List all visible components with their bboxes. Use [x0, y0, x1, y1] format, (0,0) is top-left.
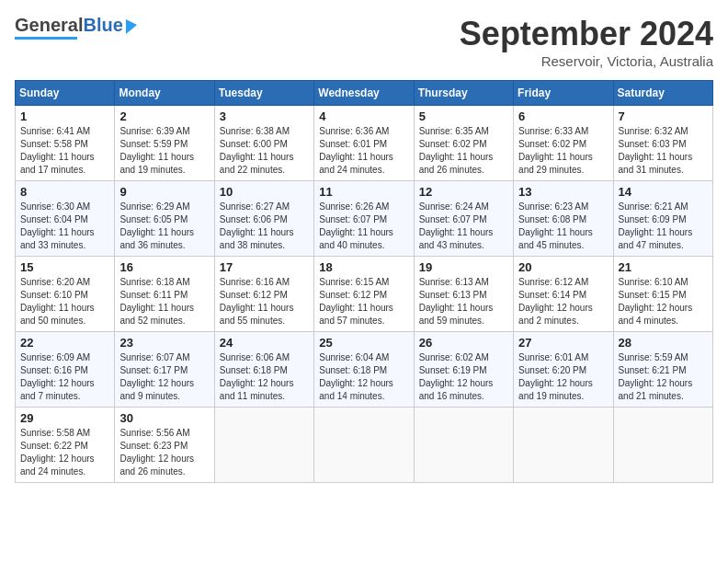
- day-info: Sunrise: 5:58 AM Sunset: 6:22 PM Dayligh…: [20, 427, 109, 478]
- day-info: Sunrise: 6:39 AM Sunset: 5:59 PM Dayligh…: [119, 125, 209, 177]
- table-row: 11Sunrise: 6:26 AM Sunset: 6:07 PM Dayli…: [314, 181, 414, 257]
- table-row: [214, 408, 313, 483]
- day-info: Sunrise: 6:23 AM Sunset: 6:08 PM Dayligh…: [518, 201, 608, 252]
- day-number: 6: [518, 109, 608, 123]
- table-row: 16Sunrise: 6:18 AM Sunset: 6:11 PM Dayli…: [115, 257, 214, 332]
- day-number: 20: [518, 260, 608, 274]
- day-info: Sunrise: 6:32 AM Sunset: 6:03 PM Dayligh…: [619, 125, 708, 177]
- logo-general-text: General: [15, 15, 83, 36]
- day-number: 9: [119, 185, 209, 199]
- day-number: 13: [518, 185, 608, 199]
- table-row: 20Sunrise: 6:12 AM Sunset: 6:14 PM Dayli…: [514, 257, 613, 332]
- day-number: 14: [619, 185, 708, 199]
- day-info: Sunrise: 6:07 AM Sunset: 6:17 PM Dayligh…: [119, 351, 209, 403]
- day-number: 16: [119, 260, 209, 274]
- day-number: 23: [119, 336, 209, 350]
- day-number: 25: [319, 336, 408, 350]
- day-info: Sunrise: 6:35 AM Sunset: 6:02 PM Dayligh…: [419, 125, 508, 177]
- month-title: September 2024: [460, 15, 713, 53]
- col-saturday: Saturday: [613, 81, 712, 106]
- table-row: 29Sunrise: 5:58 AM Sunset: 6:22 PM Dayli…: [16, 408, 115, 483]
- day-number: 21: [619, 260, 708, 274]
- calendar-table: Sunday Monday Tuesday Wednesday Thursday…: [15, 80, 713, 483]
- table-row: 1Sunrise: 6:41 AM Sunset: 5:58 PM Daylig…: [16, 106, 115, 181]
- table-row: 4Sunrise: 6:36 AM Sunset: 6:01 PM Daylig…: [314, 106, 414, 181]
- table-row: 19Sunrise: 6:13 AM Sunset: 6:13 PM Dayli…: [414, 257, 513, 332]
- table-row: 24Sunrise: 6:06 AM Sunset: 6:18 PM Dayli…: [214, 332, 313, 408]
- table-row: [414, 408, 513, 483]
- day-info: Sunrise: 6:26 AM Sunset: 6:07 PM Dayligh…: [319, 201, 408, 252]
- day-info: Sunrise: 6:29 AM Sunset: 6:05 PM Dayligh…: [119, 201, 209, 252]
- day-info: Sunrise: 6:13 AM Sunset: 6:13 PM Dayligh…: [419, 276, 508, 327]
- day-info: Sunrise: 6:12 AM Sunset: 6:14 PM Dayligh…: [518, 276, 608, 327]
- day-number: 26: [419, 336, 508, 350]
- day-number: 18: [319, 260, 408, 274]
- day-info: Sunrise: 6:27 AM Sunset: 6:06 PM Dayligh…: [220, 201, 309, 252]
- table-row: 25Sunrise: 6:04 AM Sunset: 6:18 PM Dayli…: [314, 332, 414, 408]
- table-row: 8Sunrise: 6:30 AM Sunset: 6:04 PM Daylig…: [16, 181, 115, 257]
- table-row: 7Sunrise: 6:32 AM Sunset: 6:03 PM Daylig…: [613, 106, 712, 181]
- day-number: 2: [119, 109, 209, 123]
- day-number: 19: [419, 260, 508, 274]
- calendar-week-row: 8Sunrise: 6:30 AM Sunset: 6:04 PM Daylig…: [16, 181, 713, 257]
- day-info: Sunrise: 6:10 AM Sunset: 6:15 PM Dayligh…: [619, 276, 708, 327]
- day-info: Sunrise: 6:16 AM Sunset: 6:12 PM Dayligh…: [220, 276, 309, 327]
- table-row: 12Sunrise: 6:24 AM Sunset: 6:07 PM Dayli…: [414, 181, 513, 257]
- day-number: 22: [20, 336, 109, 350]
- table-row: 18Sunrise: 6:15 AM Sunset: 6:12 PM Dayli…: [314, 257, 414, 332]
- table-row: [314, 408, 414, 483]
- day-info: Sunrise: 6:01 AM Sunset: 6:20 PM Dayligh…: [518, 351, 608, 403]
- col-wednesday: Wednesday: [314, 81, 414, 106]
- day-info: Sunrise: 6:33 AM Sunset: 6:02 PM Dayligh…: [518, 125, 608, 177]
- table-row: 15Sunrise: 6:20 AM Sunset: 6:10 PM Dayli…: [16, 257, 115, 332]
- day-info: Sunrise: 6:30 AM Sunset: 6:04 PM Dayligh…: [20, 201, 109, 252]
- day-info: Sunrise: 6:04 AM Sunset: 6:18 PM Dayligh…: [319, 351, 408, 403]
- calendar-week-row: 15Sunrise: 6:20 AM Sunset: 6:10 PM Dayli…: [16, 257, 713, 332]
- day-info: Sunrise: 6:09 AM Sunset: 6:16 PM Dayligh…: [20, 351, 109, 403]
- calendar-week-row: 29Sunrise: 5:58 AM Sunset: 6:22 PM Dayli…: [16, 408, 713, 483]
- day-number: 27: [518, 336, 608, 350]
- table-row: 5Sunrise: 6:35 AM Sunset: 6:02 PM Daylig…: [414, 106, 513, 181]
- day-number: 11: [319, 185, 408, 199]
- day-info: Sunrise: 6:41 AM Sunset: 5:58 PM Dayligh…: [20, 125, 109, 177]
- day-info: Sunrise: 6:38 AM Sunset: 6:00 PM Dayligh…: [220, 125, 309, 177]
- day-number: 17: [220, 260, 309, 274]
- logo-blue-text: Blue: [83, 15, 122, 36]
- table-row: 28Sunrise: 5:59 AM Sunset: 6:21 PM Dayli…: [613, 332, 712, 408]
- day-info: Sunrise: 6:20 AM Sunset: 6:10 PM Dayligh…: [20, 276, 109, 327]
- day-number: 15: [20, 260, 109, 274]
- col-tuesday: Tuesday: [214, 81, 313, 106]
- table-row: 21Sunrise: 6:10 AM Sunset: 6:15 PM Dayli…: [613, 257, 712, 332]
- day-info: Sunrise: 5:59 AM Sunset: 6:21 PM Dayligh…: [619, 351, 708, 403]
- table-row: [613, 408, 712, 483]
- day-number: 1: [20, 109, 109, 123]
- day-number: 3: [220, 109, 309, 123]
- day-info: Sunrise: 6:36 AM Sunset: 6:01 PM Dayligh…: [319, 125, 408, 177]
- day-number: 28: [619, 336, 708, 350]
- table-row: 22Sunrise: 6:09 AM Sunset: 6:16 PM Dayli…: [16, 332, 115, 408]
- calendar-week-row: 1Sunrise: 6:41 AM Sunset: 5:58 PM Daylig…: [16, 106, 713, 181]
- day-number: 7: [619, 109, 708, 123]
- table-row: 2Sunrise: 6:39 AM Sunset: 5:59 PM Daylig…: [115, 106, 214, 181]
- col-sunday: Sunday: [16, 81, 115, 106]
- col-thursday: Thursday: [414, 81, 513, 106]
- table-row: 14Sunrise: 6:21 AM Sunset: 6:09 PM Dayli…: [613, 181, 712, 257]
- location-subtitle: Reservoir, Victoria, Australia: [460, 53, 713, 69]
- day-number: 12: [419, 185, 508, 199]
- day-info: Sunrise: 5:56 AM Sunset: 6:23 PM Dayligh…: [119, 427, 209, 478]
- day-number: 4: [319, 109, 408, 123]
- page-header: General Blue September 2024 Reservoir, V…: [15, 15, 713, 69]
- day-info: Sunrise: 6:15 AM Sunset: 6:12 PM Dayligh…: [319, 276, 408, 327]
- day-info: Sunrise: 6:21 AM Sunset: 6:09 PM Dayligh…: [619, 201, 708, 252]
- table-row: 9Sunrise: 6:29 AM Sunset: 6:05 PM Daylig…: [115, 181, 214, 257]
- title-block: September 2024 Reservoir, Victoria, Aust…: [460, 15, 713, 69]
- day-number: 29: [20, 411, 109, 425]
- day-number: 24: [220, 336, 309, 350]
- table-row: 6Sunrise: 6:33 AM Sunset: 6:02 PM Daylig…: [514, 106, 613, 181]
- table-row: 3Sunrise: 6:38 AM Sunset: 6:00 PM Daylig…: [214, 106, 313, 181]
- table-row: 10Sunrise: 6:27 AM Sunset: 6:06 PM Dayli…: [214, 181, 313, 257]
- calendar-header-row: Sunday Monday Tuesday Wednesday Thursday…: [16, 81, 713, 106]
- day-info: Sunrise: 6:02 AM Sunset: 6:19 PM Dayligh…: [419, 351, 508, 403]
- table-row: 27Sunrise: 6:01 AM Sunset: 6:20 PM Dayli…: [514, 332, 613, 408]
- day-info: Sunrise: 6:24 AM Sunset: 6:07 PM Dayligh…: [419, 201, 508, 252]
